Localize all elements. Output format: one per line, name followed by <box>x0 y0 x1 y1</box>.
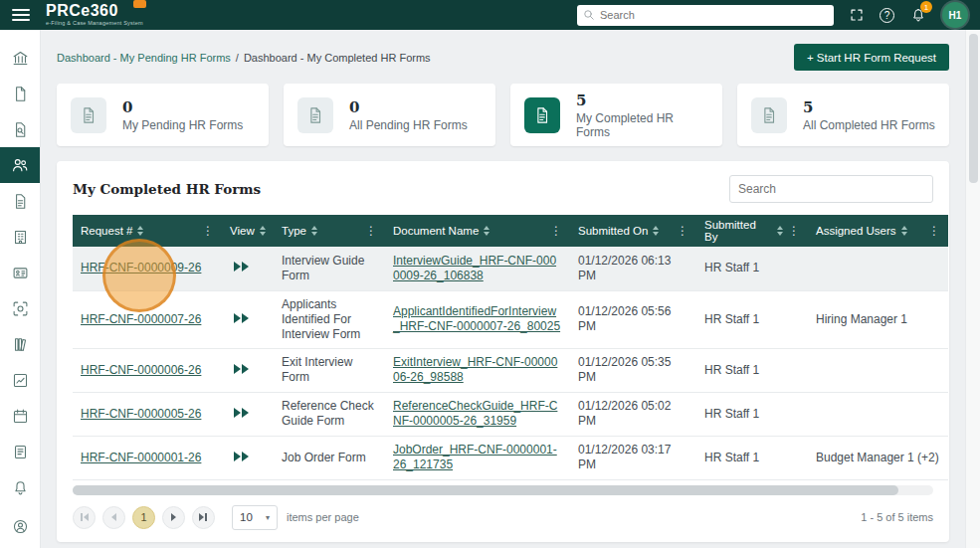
document-name-link[interactable]: InterviewGuide_HRF-CNF-0000009-26_106838 <box>393 254 556 282</box>
table-row[interactable]: HRF-CNF-0000006-26 Exit Interview Form E… <box>73 348 948 392</box>
notification-count-badge: 1 <box>920 1 932 13</box>
file-icon <box>12 86 29 102</box>
document-name-link[interactable]: JobOrder_HRF-CNF-0000001-26_121735 <box>393 443 557 471</box>
items-per-page-value: 10 <box>240 511 253 523</box>
document-name-link[interactable]: ApplicantIdentifiedForInterview_HRF-CNF-… <box>393 304 560 333</box>
sidebar-item-calendar[interactable] <box>0 398 40 434</box>
column-menu-icon[interactable]: ⋮ <box>365 225 377 237</box>
column-label: Submitted On <box>578 225 648 237</box>
sidebar-item-bell[interactable] <box>0 469 40 505</box>
column-label: Submitted By <box>704 219 772 243</box>
column-menu-icon[interactable]: ⋮ <box>202 225 214 237</box>
view-form-icon[interactable] <box>230 408 249 418</box>
column-label: Assigned Users <box>816 225 896 237</box>
main-content: Dashboard - My Pending HR Forms/Dashboar… <box>41 30 965 548</box>
logo-badge <box>133 0 146 8</box>
column-menu-icon[interactable]: ⋮ <box>788 225 800 237</box>
menu-toggle-button[interactable] <box>12 9 30 21</box>
stat-card-my-pending[interactable]: 0 My Pending HR Forms <box>57 84 269 146</box>
sidebar-item-scan[interactable] <box>0 290 40 326</box>
fullscreen-icon[interactable] <box>850 8 864 22</box>
request-number-link[interactable]: HRF-CNF-0000007-26 <box>81 312 201 326</box>
scrollbar-thumb[interactable] <box>969 34 978 183</box>
column-menu-icon[interactable]: ⋮ <box>677 225 688 237</box>
app-logo[interactable]: PRCe360 e-Filing & Case Management Syste… <box>46 3 143 27</box>
sidebar <box>0 30 41 548</box>
file-text-icon <box>12 193 29 210</box>
user-avatar[interactable]: H1 <box>942 2 968 28</box>
table-row[interactable]: HRF-CNF-0000005-26 Reference Check Guide… <box>73 392 948 436</box>
table-row[interactable]: HRF-CNF-0000007-26 Applicants Identified… <box>73 290 948 348</box>
column-header-submitted-on[interactable]: Submitted On⋮ <box>578 225 688 237</box>
request-number-link[interactable]: HRF-CNF-0000006-26 <box>81 363 201 377</box>
notifications-button[interactable]: 1 <box>910 7 926 23</box>
assigned-users-cell: Budget Manager 1 (+2) <box>808 436 948 479</box>
stat-label: My Completed HR Forms <box>576 111 708 139</box>
vertical-scrollbar[interactable] <box>965 30 980 548</box>
chevron-down-icon: ▾ <box>266 513 270 522</box>
column-header-request[interactable]: Request #⋮ <box>81 225 214 237</box>
table-row[interactable]: HRF-CNF-0000009-26 Interview Guide Form … <box>73 247 948 290</box>
sidebar-item-building[interactable] <box>0 219 40 255</box>
view-form-icon[interactable] <box>230 262 249 272</box>
sidebar-item-bank[interactable] <box>0 40 40 76</box>
column-menu-icon[interactable]: ⋮ <box>550 225 562 237</box>
global-search-input[interactable] <box>600 9 828 21</box>
user-circle-icon <box>12 518 29 535</box>
view-form-icon[interactable] <box>230 364 249 374</box>
items-per-page-select[interactable]: 10 ▾ <box>232 505 278 530</box>
sidebar-item-file-text[interactable] <box>0 183 40 219</box>
sort-icon <box>777 226 783 236</box>
sidebar-item-books[interactable] <box>0 326 40 362</box>
submitted-on-cell: 01/12/2026 05:02 PM <box>570 392 696 436</box>
column-header-view[interactable]: View <box>230 225 266 237</box>
next-page-button[interactable] <box>162 506 185 529</box>
column-label: View <box>230 225 255 237</box>
view-form-icon[interactable] <box>230 452 249 461</box>
sidebar-item-file-search[interactable] <box>0 111 40 147</box>
start-hr-form-request-button[interactable]: + Start HR Form Request <box>794 44 949 71</box>
sidebar-item-chart[interactable] <box>0 362 40 398</box>
grid-search-input[interactable] <box>729 175 933 203</box>
stat-card-my-completed[interactable]: 5 My Completed HR Forms <box>510 84 722 146</box>
type-cell: Job Order Form <box>274 436 385 479</box>
prev-page-button[interactable] <box>102 506 125 529</box>
sidebar-item-profile[interactable] <box>0 508 40 544</box>
document-name-link[interactable]: ExitInterview_HRF-CNF-0000006-26_98588 <box>393 355 557 384</box>
breadcrumb-link-pending-forms[interactable]: Dashboard - My Pending HR Forms <box>57 52 231 64</box>
chart-icon <box>12 372 29 389</box>
horizontal-scrollbar[interactable] <box>73 485 933 495</box>
form-document-icon <box>297 97 333 133</box>
sidebar-item-id-card[interactable] <box>0 255 40 290</box>
scrollbar-thumb[interactable] <box>73 485 898 495</box>
request-number-link[interactable]: HRF-CNF-0000001-26 <box>81 451 201 464</box>
table-row[interactable]: HRF-CNF-0000001-26 Job Order Form JobOrd… <box>73 436 948 479</box>
request-number-link[interactable]: HRF-CNF-0000009-26 <box>81 261 201 274</box>
column-header-submitted-by[interactable]: Submitted By⋮ <box>704 219 800 243</box>
document-name-link[interactable]: ReferenceCheckGuide_HRF-CNF-0000005-26_3… <box>393 399 557 428</box>
column-header-assigned-users[interactable]: Assigned Users⋮ <box>816 225 940 237</box>
breadcrumb-separator: / <box>236 52 239 64</box>
calendar-icon <box>12 408 29 425</box>
stat-label: My Pending HR Forms <box>122 118 243 132</box>
column-header-type[interactable]: Type⋮ <box>282 225 377 237</box>
stat-card-all-pending[interactable]: 0 All Pending HR Forms <box>284 84 495 146</box>
sidebar-item-users[interactable] <box>0 147 40 183</box>
request-number-link[interactable]: HRF-CNF-0000005-26 <box>81 407 201 421</box>
breadcrumb: Dashboard - My Pending HR Forms/Dashboar… <box>57 52 431 64</box>
column-menu-icon[interactable]: ⋮ <box>928 225 940 237</box>
submitted-on-cell: 01/12/2026 05:35 PM <box>570 348 696 392</box>
stat-card-all-completed[interactable]: 5 All Completed HR Forms <box>737 84 949 146</box>
view-form-icon[interactable] <box>230 313 249 323</box>
first-page-button[interactable] <box>73 506 96 529</box>
submitted-by-cell: HR Staff 1 <box>696 348 808 392</box>
building-icon <box>12 229 29 246</box>
last-page-button[interactable] <box>192 506 215 529</box>
help-icon[interactable]: ? <box>880 8 894 23</box>
column-header-document-name[interactable]: Document Name⋮ <box>393 225 562 237</box>
current-page-button[interactable]: 1 <box>132 506 155 529</box>
sidebar-item-notepad[interactable] <box>0 434 40 469</box>
breadcrumb-current: Dashboard - My Completed HR Forms <box>244 52 431 64</box>
sidebar-item-file[interactable] <box>0 76 40 111</box>
global-search <box>577 5 834 26</box>
